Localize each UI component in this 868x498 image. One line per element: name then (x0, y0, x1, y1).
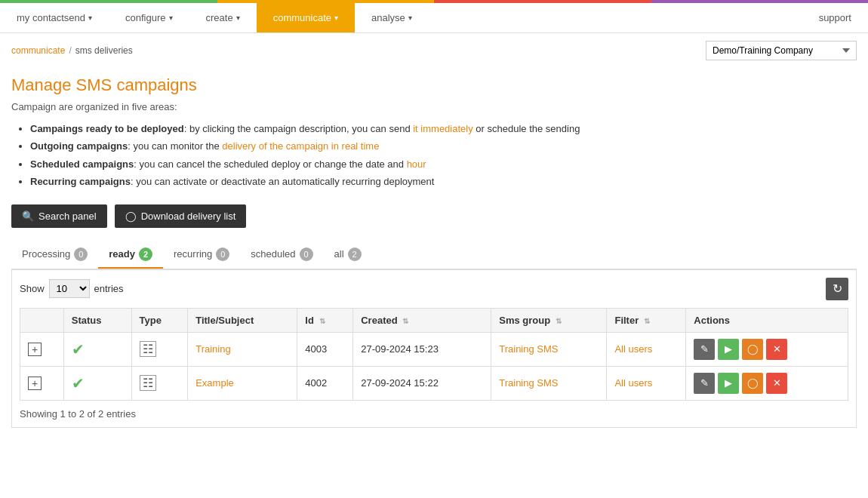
table-header-row: Status Type Title/Subject Id ⇅ Created ⇅… (20, 308, 848, 332)
nav-communicate-arrow: ▾ (334, 14, 338, 22)
doc-icon-0: ☷ (140, 341, 156, 357)
breadcrumb-communicate[interactable]: communicate (11, 45, 65, 56)
tab-all-label: all (334, 248, 344, 260)
entries-label: entries (94, 283, 124, 294)
nav-create[interactable]: create ▾ (189, 3, 257, 32)
bullet-1-rest: : by clicking the campaign description, … (184, 123, 580, 134)
nav-my-contactsend[interactable]: my contactsend ▾ (0, 3, 109, 32)
title-link-1[interactable]: Example (195, 377, 234, 389)
col-status: Status (63, 308, 131, 332)
filter-link-1[interactable]: All users (614, 377, 652, 389)
company-select[interactable]: Demo/Training Company (706, 41, 857, 60)
tab-scheduled[interactable]: scheduled 0 (240, 241, 323, 269)
tab-all[interactable]: all 2 (324, 241, 372, 269)
smsgroup-cell-1: Training SMS (491, 366, 607, 400)
title-cell-1: Example (188, 366, 297, 400)
nav-communicate[interactable]: communicate ▾ (257, 3, 355, 32)
status-check-icon-0: ✔ (72, 341, 85, 358)
tab-ready-badge: 2 (139, 247, 152, 261)
col-id: Id ⇅ (297, 308, 353, 332)
smsgroup-cell-0: Training SMS (491, 332, 607, 366)
edit-button-0[interactable]: ✎ (694, 339, 715, 360)
entries-select[interactable]: 10 25 50 100 (49, 279, 90, 298)
title-link-0[interactable]: Training (195, 343, 230, 355)
search-icon: 🔍 (22, 211, 34, 222)
bullet-1: Campaings ready to be deployed: by click… (30, 120, 857, 137)
search-panel-button[interactable]: 🔍 Search panel (11, 204, 107, 228)
tab-processing-label: Processing (22, 248, 70, 260)
nav-create-label: create (206, 12, 233, 23)
filter-cell-1: All users (607, 366, 686, 400)
delete-button-0[interactable]: ✕ (766, 339, 787, 360)
col-created: Created ⇅ (353, 308, 491, 332)
tab-recurring[interactable]: recurring 0 (163, 241, 240, 269)
bullet-2-bold: Outgoing campaigns (30, 140, 128, 152)
table-row: + ✔ ☷ Example 4002 27-09-2024 15:22 Trai… (20, 366, 848, 400)
nav-analyse-label: analyse (371, 12, 405, 23)
expand-icon-1[interactable]: + (28, 377, 42, 390)
download-delivery-button[interactable]: ◯ Download delivery list (115, 204, 247, 228)
play-button-0[interactable]: ▶ (718, 339, 739, 360)
nav-analyse[interactable]: analyse ▾ (355, 3, 429, 32)
page-title: Manage SMS campaigns (11, 75, 857, 95)
col-filter: Filter ⇅ (607, 308, 686, 332)
col-type: Type (131, 308, 188, 332)
table-footer: Showing 1 to 2 of 2 entries (20, 408, 848, 420)
status-check-icon-1: ✔ (72, 375, 85, 392)
bullet-3: Scheduled campaigns: you can cancel the … (30, 155, 857, 173)
smsgroup-link-1[interactable]: Training SMS (499, 377, 558, 389)
filter-link-0[interactable]: All users (614, 343, 652, 355)
action-btns-1: ✎ ▶ ◯ ✕ (694, 373, 840, 394)
expand-icon-0[interactable]: + (28, 343, 42, 356)
tab-recurring-badge: 0 (216, 247, 229, 261)
bullet-list: Campaings ready to be deployed: by click… (11, 120, 857, 191)
show-label: Show (20, 283, 45, 294)
created-cell-1: 27-09-2024 15:22 (353, 366, 491, 400)
col-expand (20, 308, 64, 332)
tab-ready[interactable]: ready 2 (98, 241, 163, 269)
page-subtitle: Campaign are organized in five areas: (11, 101, 857, 112)
nav-configure-arrow: ▾ (169, 14, 173, 22)
refresh-button[interactable]: ↻ (826, 278, 848, 300)
breadcrumb: communicate / sms deliveries (11, 45, 133, 56)
edit-button-1[interactable]: ✎ (694, 373, 715, 394)
expand-cell-1[interactable]: + (20, 366, 64, 400)
expand-cell-0[interactable]: + (20, 332, 64, 366)
nav-analyse-arrow: ▾ (408, 14, 412, 22)
delete-button-1[interactable]: ✕ (766, 373, 787, 394)
nav-create-arrow: ▾ (236, 14, 240, 22)
nav-support[interactable]: support (802, 3, 868, 32)
refresh-icon: ↻ (833, 281, 842, 296)
main-content: Manage SMS campaigns Campaign are organi… (0, 64, 868, 439)
download-icon: ◯ (125, 211, 137, 222)
breadcrumb-current: sms deliveries (75, 45, 133, 56)
tab-all-badge: 2 (348, 247, 362, 261)
bullet-1-bold: Campaings ready to be deployed (30, 123, 184, 134)
doc-icon-1: ☷ (140, 375, 156, 391)
tab-processing-badge: 0 (74, 247, 88, 261)
bullet-2: Outgoing campaigns: you can monitor the … (30, 137, 857, 155)
smsgroup-link-0[interactable]: Training SMS (499, 343, 558, 355)
bullet-4: Recurring campaigns: you can activate or… (30, 173, 857, 190)
data-table: Status Type Title/Subject Id ⇅ Created ⇅… (20, 308, 848, 401)
id-cell-1: 4002 (297, 366, 353, 400)
status-cell-1: ✔ (63, 366, 131, 400)
search-panel-label: Search panel (38, 211, 97, 222)
play-button-1[interactable]: ▶ (718, 373, 739, 394)
bullet-4-rest: : you can activate or deactivate an auto… (131, 176, 435, 187)
actions-cell-1: ✎ ▶ ◯ ✕ (686, 366, 848, 400)
top-nav: my contactsend ▾ configure ▾ create ▾ co… (0, 3, 868, 33)
breadcrumb-row: communicate / sms deliveries Demo/Traini… (0, 33, 868, 64)
created-cell-0: 27-09-2024 15:23 (353, 332, 491, 366)
bullet-4-bold: Recurring campaigns (30, 176, 131, 187)
schedule-button-1[interactable]: ◯ (742, 373, 763, 394)
actions-cell-0: ✎ ▶ ◯ ✕ (686, 332, 848, 366)
schedule-button-0[interactable]: ◯ (742, 339, 763, 360)
bar-red (434, 0, 651, 3)
tab-ready-label: ready (109, 248, 135, 260)
nav-configure[interactable]: configure ▾ (109, 3, 189, 32)
tab-scheduled-label: scheduled (251, 248, 295, 260)
table-container: Show 10 25 50 100 entries ↻ Status Type (11, 269, 857, 428)
tab-processing[interactable]: Processing 0 (11, 241, 98, 269)
filter-cell-0: All users (607, 332, 686, 366)
